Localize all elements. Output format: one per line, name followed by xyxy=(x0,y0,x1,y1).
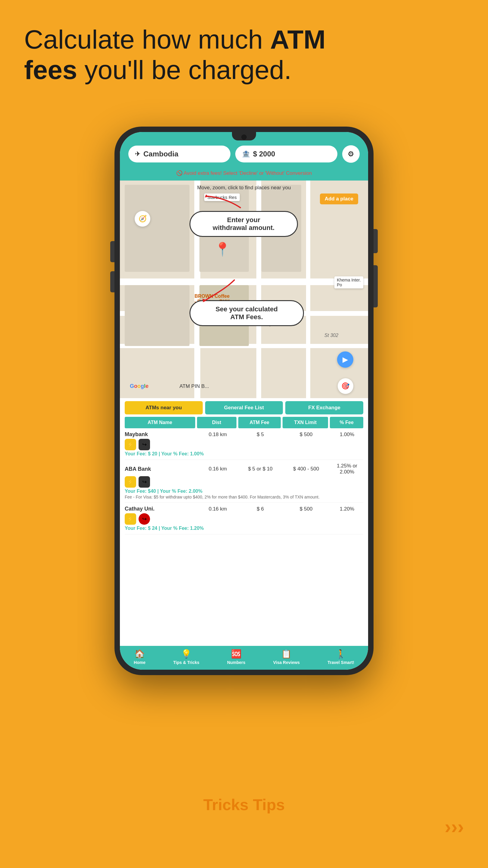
map-road xyxy=(306,181,310,398)
atm-tabs: ATMs near you General Fee List FX Exchan… xyxy=(120,398,368,417)
atm-your-fee: Your Fee: $40 | Your % Fee: 2.00% xyxy=(125,489,363,494)
atm-pct: 1.25% or 2.00% xyxy=(331,463,363,475)
map-block xyxy=(125,285,189,346)
atm-feature-icon: ⚡ xyxy=(125,513,136,525)
atm-fee: $ 5 or $ 10 xyxy=(239,466,282,472)
atm-direction-icon: ↪ xyxy=(138,476,150,488)
table-row[interactable]: Maybank 0.18 km $ 5 $ 500 1.00% ⚡ ↪ Your… xyxy=(125,428,363,460)
nav-tips[interactable]: 💡 Tips & Tricks xyxy=(173,649,199,665)
warning-text: Avoid extra fees! Select 'Decline' or 'W… xyxy=(184,170,312,176)
tricks-tips-text: Tricks Tips xyxy=(203,796,285,814)
travel-icon: 🚶 xyxy=(335,649,346,659)
atm-name: Cathay Uni. xyxy=(125,506,196,512)
atm-txn: $ 500 xyxy=(283,432,329,438)
atm-pct: 1.00% xyxy=(331,432,363,438)
notch xyxy=(232,132,256,141)
atm-pct: 1.20% xyxy=(331,506,363,512)
atm-dist: 0.18 km xyxy=(198,432,237,438)
atm-pin-label: ATM PIN B... xyxy=(180,383,209,390)
map-pin: 📍 xyxy=(214,241,231,257)
atm-note: Fee - For Visa: $5 for withdraw upto $40… xyxy=(125,495,363,499)
phone-screen: ✈ Cambodia 🏦 $ 2000 ⚙ 🚫 Avoid extra fees… xyxy=(120,132,368,670)
phone-shell: ✈ Cambodia 🏦 $ 2000 ⚙ 🚫 Avoid extra fees… xyxy=(115,127,373,675)
coin-icon: 🏦 xyxy=(242,150,250,158)
add-place-button[interactable]: Add a place xyxy=(320,193,358,204)
atm-direction-icon: ↪ xyxy=(138,513,150,525)
atm-name: ABA Bank xyxy=(125,466,196,472)
col-header-dist: Dist xyxy=(197,417,236,428)
atm-table-header: ATM Name Dist ATM Fee TXN Limit % Fee xyxy=(120,417,368,428)
front-camera xyxy=(241,134,247,140)
annotation-withdrawal: Enter yourwithdrawal amount. xyxy=(190,211,298,237)
map-label-starbucks: Starbucks Res xyxy=(204,193,240,201)
atm-direction-icon: ↪ xyxy=(138,439,150,450)
hero-line1: Calculate how much ATMfees you'll be cha… xyxy=(24,24,326,85)
map-area[interactable]: Move, zoom, click to find places near yo… xyxy=(120,181,368,398)
chevron-icon: ››› xyxy=(445,815,464,838)
chevrons: ››› xyxy=(445,815,464,838)
country-selector[interactable]: ✈ Cambodia xyxy=(128,146,230,162)
tab-fx-exchange[interactable]: FX Exchange xyxy=(285,401,363,414)
atm-name: Maybank xyxy=(125,431,196,438)
atm-list: Maybank 0.18 km $ 5 $ 500 1.00% ⚡ ↪ Your… xyxy=(120,428,368,646)
nav-numbers[interactable]: 🆘 Numbers xyxy=(227,649,246,665)
nav-visa-label: Visa Reviews xyxy=(273,660,300,665)
col-header-txn: TXN Limit xyxy=(283,417,328,428)
settings-button[interactable]: ⚙ xyxy=(342,145,360,163)
amount-selector[interactable]: 🏦 $ 2000 xyxy=(235,146,337,162)
sos-icon: 🆘 xyxy=(231,649,241,659)
map-label-rhema: Khema Inter.Po xyxy=(334,276,363,288)
nav-home[interactable]: 🏠 Home xyxy=(134,649,145,665)
atm-your-fee: Your Fee: $ 24 | Your % Fee: 1.20% xyxy=(125,526,363,531)
atm-fee: $ 5 xyxy=(239,432,282,438)
map-instruction: Move, zoom, click to find places near yo… xyxy=(197,185,291,191)
nav-visa[interactable]: 📋 Visa Reviews xyxy=(273,649,300,665)
atm-feature-icon: ⚡ xyxy=(125,476,136,488)
locate-button[interactable]: 🎯 xyxy=(338,378,353,394)
map-label-st302: St 302 xyxy=(324,333,338,338)
tab-atms-near-you[interactable]: ATMs near you xyxy=(125,401,203,414)
map-road xyxy=(120,278,368,285)
country-name: Cambodia xyxy=(143,150,178,158)
atm-dist: 0.16 km xyxy=(198,466,237,472)
volume-button xyxy=(110,241,115,262)
navigation-button[interactable]: ▶ xyxy=(337,351,353,368)
visa-icon: 📋 xyxy=(281,649,292,659)
nav-travel[interactable]: 🚶 Travel Smart! xyxy=(327,649,354,665)
gear-icon: ⚙ xyxy=(348,150,354,158)
no-entry-icon: 🚫 xyxy=(176,170,183,176)
atm-fee: $ 6 xyxy=(239,506,282,512)
nav-home-label: Home xyxy=(134,660,145,665)
lightbulb-icon: 💡 xyxy=(181,649,192,659)
atm-txn: $ 500 xyxy=(283,506,329,512)
amount-value: $ 2000 xyxy=(253,150,275,158)
col-header-name: ATM Name xyxy=(125,417,195,428)
col-header-fee: ATM Fee xyxy=(238,417,281,428)
map-block xyxy=(125,185,189,272)
table-row[interactable]: ABA Bank 0.16 km $ 5 or $ 10 $ 400 - 500… xyxy=(125,460,363,503)
nav-tips-label: Tips & Tricks xyxy=(173,660,199,665)
col-header-pct: % Fee xyxy=(330,417,363,428)
annotation-fees: See your calculatedATM Fees. xyxy=(190,300,304,326)
nav-numbers-label: Numbers xyxy=(227,660,246,665)
plane-icon: ✈ xyxy=(135,150,140,158)
hero-text: Calculate how much ATMfees you'll be cha… xyxy=(24,24,464,85)
home-icon: 🏠 xyxy=(134,649,145,659)
volume-button-2 xyxy=(110,271,115,292)
table-row[interactable]: Cathay Uni. 0.16 km $ 6 $ 500 1.20% ⚡ ↪ … xyxy=(125,503,363,534)
atm-txn: $ 400 - 500 xyxy=(283,466,329,472)
warning-bar: 🚫 Avoid extra fees! Select 'Decline' or … xyxy=(120,168,368,181)
phone-device: ✈ Cambodia 🏦 $ 2000 ⚙ 🚫 Avoid extra fees… xyxy=(115,127,373,675)
nav-travel-label: Travel Smart! xyxy=(327,660,354,665)
bottom-nav: 🏠 Home 💡 Tips & Tricks 🆘 Numbers 📋 Visa … xyxy=(120,646,368,670)
google-logo: Google xyxy=(130,383,149,390)
atm-feature-icon: ⚡ xyxy=(125,439,136,450)
tab-general-fee-list[interactable]: General Fee List xyxy=(205,401,283,414)
atm-dist: 0.16 km xyxy=(198,506,237,512)
atm-your-fee: Your Fee: $ 20 | Your % Fee: 1.00% xyxy=(125,451,363,457)
